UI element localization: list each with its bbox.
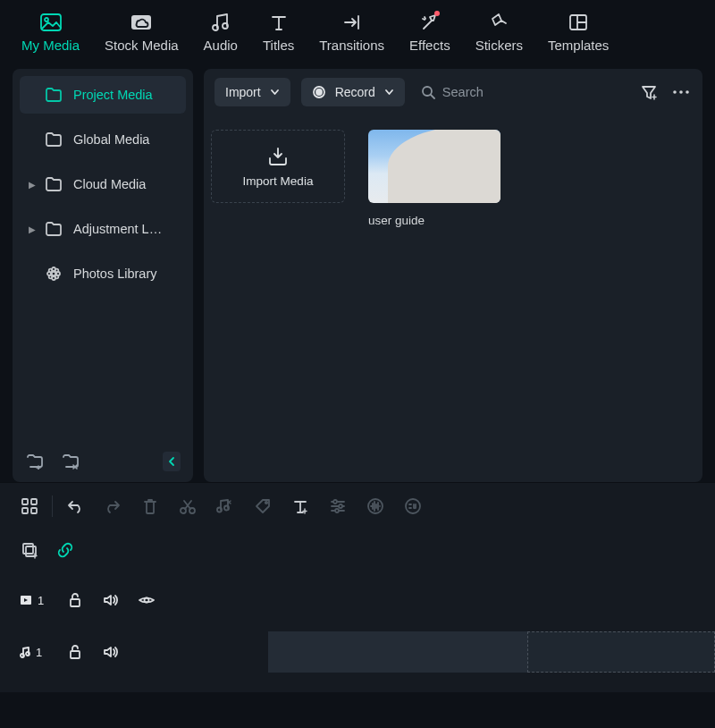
import-button[interactable]: Import: [214, 78, 290, 106]
sidebar-list: Project Media Global Media ▶ Cloud Media…: [20, 76, 186, 446]
link-toggle-button[interactable]: [55, 540, 75, 560]
svg-point-34: [406, 499, 420, 513]
chevron-down-icon: [384, 89, 394, 96]
video-track-index: 1: [38, 594, 44, 607]
sidebar-item-photos-library[interactable]: Photos Library: [20, 255, 186, 292]
tab-stickers[interactable]: Stickers: [467, 7, 532, 56]
redo-button[interactable]: [103, 496, 122, 516]
tab-stock-media[interactable]: Stock Media: [96, 7, 188, 56]
audio-track-body[interactable]: [268, 631, 715, 673]
video-track-body[interactable]: [268, 580, 715, 621]
svg-rect-22: [31, 499, 37, 504]
folder-icon: [45, 220, 63, 238]
transitions-icon: [341, 11, 364, 34]
content-toolbar: Import Record Search: [204, 69, 702, 114]
adjust-button[interactable]: [328, 496, 348, 516]
audio-track: 1: [0, 626, 715, 678]
tag-button[interactable]: [253, 496, 273, 516]
tab-label: Stickers: [475, 38, 523, 53]
clip-thumbnail[interactable]: [368, 130, 500, 203]
new-folder-button[interactable]: [25, 452, 45, 471]
svg-point-12: [55, 269, 59, 273]
delete-folder-button[interactable]: [61, 452, 80, 471]
svg-rect-23: [22, 508, 28, 513]
folder-icon: [45, 131, 63, 148]
track-header-row: [0, 535, 715, 574]
text-tool-button[interactable]: [290, 496, 310, 516]
sidebar-item-project-media[interactable]: Project Media: [20, 76, 186, 114]
add-track-button[interactable]: [20, 540, 39, 560]
apps-icon[interactable]: [20, 496, 39, 516]
svg-point-4: [223, 23, 228, 29]
import-media-tile[interactable]: Import Media: [211, 130, 345, 203]
text-icon: [267, 11, 290, 34]
audio-track-index: 1: [36, 646, 42, 659]
collapse-sidebar-button[interactable]: [163, 452, 181, 471]
mute-button[interactable]: [102, 643, 120, 661]
search-input[interactable]: Search: [421, 85, 484, 99]
photos-icon: [45, 265, 63, 283]
top-tabs: My Media Stock Media Audio Titles Transi…: [0, 0, 715, 60]
svg-point-3: [213, 25, 218, 30]
tab-titles[interactable]: Titles: [254, 7, 303, 56]
expand-icon: ▶: [29, 224, 36, 234]
split-button[interactable]: [178, 496, 198, 516]
lock-button[interactable]: [66, 643, 84, 661]
svg-point-29: [265, 502, 267, 504]
svg-point-27: [217, 508, 222, 512]
tab-templates[interactable]: Templates: [539, 7, 618, 56]
svg-point-6: [52, 272, 55, 275]
sidebar-item-label: Cloud Media: [73, 177, 177, 191]
video-track: 1: [0, 574, 715, 626]
folder-icon: [45, 86, 63, 104]
tab-label: Templates: [548, 38, 609, 53]
mute-button[interactable]: [102, 591, 120, 609]
undo-button[interactable]: [65, 496, 85, 516]
sidebar-item-cloud-media[interactable]: ▶ Cloud Media: [20, 165, 186, 203]
sidebar-item-label: Photos Library: [73, 267, 177, 281]
image-icon: [39, 11, 63, 34]
tab-transitions[interactable]: Transitions: [310, 7, 393, 56]
svg-point-16: [316, 89, 322, 95]
audio-detach-button[interactable]: [215, 496, 235, 516]
filter-button[interactable]: [638, 81, 660, 103]
duration-button[interactable]: [403, 496, 423, 516]
lock-button[interactable]: [66, 591, 84, 609]
search-placeholder: Search: [442, 85, 484, 99]
audio-clip-block[interactable]: [268, 631, 527, 673]
templates-icon: [567, 11, 590, 34]
divider: [52, 495, 53, 517]
sidebar-item-adjustment-layer[interactable]: ▶ Adjustment L…: [20, 210, 186, 248]
cloud-image-icon: [130, 11, 153, 34]
tab-label: My Media: [21, 38, 80, 53]
timeline-toolbar: [0, 482, 715, 528]
timeline-tracks: 1 1: [0, 528, 715, 692]
svg-point-28: [224, 506, 229, 511]
video-track-controls: 1: [0, 591, 268, 609]
audio-drop-zone[interactable]: [527, 631, 715, 673]
svg-point-32: [335, 509, 339, 512]
sidebar-item-label: Adjustment L…: [73, 222, 177, 236]
more-button[interactable]: [670, 81, 692, 103]
svg-point-31: [339, 504, 342, 508]
svg-rect-35: [23, 544, 33, 554]
record-button[interactable]: Record: [301, 78, 405, 106]
video-icon: [20, 595, 32, 605]
sidebar: Project Media Global Media ▶ Cloud Media…: [13, 69, 193, 482]
svg-point-11: [49, 269, 53, 273]
delete-button[interactable]: [140, 496, 160, 516]
video-track-label: 1: [20, 594, 48, 607]
tab-audio[interactable]: Audio: [195, 7, 247, 56]
svg-rect-24: [31, 508, 37, 513]
sidebar-item-global-media[interactable]: Global Media: [20, 121, 186, 158]
waveform-button[interactable]: [366, 496, 385, 516]
audio-track-controls: 1: [0, 643, 268, 661]
tab-my-media[interactable]: My Media: [13, 7, 88, 56]
visibility-button[interactable]: [138, 591, 156, 609]
svg-point-19: [679, 90, 683, 94]
tab-label: Effects: [409, 38, 450, 53]
media-clip[interactable]: user guide: [368, 130, 500, 227]
svg-point-13: [49, 275, 53, 279]
tab-effects[interactable]: Effects: [400, 7, 459, 56]
tab-label: Stock Media: [105, 38, 179, 53]
